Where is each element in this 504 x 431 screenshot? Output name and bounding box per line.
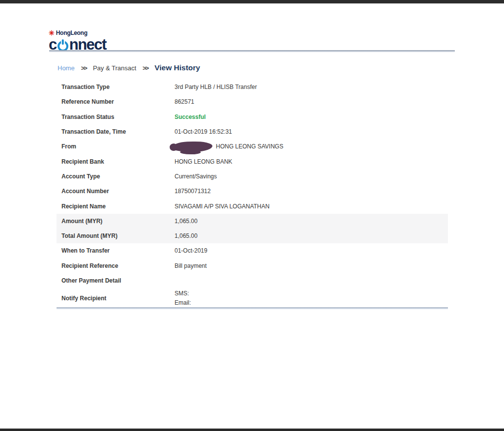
table-row: From HONG LEONG SAVINGS [57,139,448,154]
row-label: Amount (MYR) [57,218,175,225]
row-value: Bill payment [175,262,207,269]
hong-leong-asterisk-icon: ✳ [49,30,55,36]
notify-line: SMS: [175,289,191,298]
breadcrumb-separator: >> [143,64,148,72]
breadcrumb-separator: >> [81,64,87,72]
row-value: 01-Oct-2019 [175,247,208,254]
row-value: Current/Savings [175,173,217,180]
row-value: 01-Oct-2019 16:52:31 [175,128,232,135]
header-divider [49,50,455,52]
row-label: Transaction Date, Time [57,128,175,135]
table-row: Account Type Current/Savings [57,169,448,184]
window-top-bar [0,0,504,3]
table-row: Transaction Date, Time 01-Oct-2019 16:52… [57,124,448,139]
row-label: Transaction Type [57,84,175,90]
table-row: Transaction Status Successful [57,110,448,124]
row-label: Recipient Reference [57,262,175,269]
row-value: SMS:Email: [175,289,191,308]
row-label: Other Payment Detail [57,277,175,284]
table-row: Recipient Bank HONG LEONG BANK [57,154,448,169]
row-value-text: 18750071312 [175,188,210,195]
row-value: 1,065.00 [175,232,198,239]
row-label: Recipient Name [57,203,175,210]
hong-leong-connect-logo[interactable]: ✳ HongLeong c nnect [49,29,106,53]
row-label: Notify Recipient [57,295,175,302]
row-value-text: Current/Savings [175,173,217,180]
row-label: Account Type [57,173,175,180]
table-row: Amount (MYR) 1,065.00 [57,214,448,229]
row-value-text: 1,065.00 [175,218,198,225]
table-row: Other Payment Detail [57,273,448,288]
row-value: HONG LEONG SAVINGS [175,142,283,152]
breadcrumb: Home >> Pay & Transact >> View History [58,63,200,72]
brand-company-name: HongLeong [56,29,88,36]
row-value: 1,065.00 [175,218,198,225]
row-label: Recipient Bank [57,158,175,165]
row-label: Reference Number [57,98,175,105]
table-row: When to Transfer 01-Oct-2019 [57,243,448,258]
window-bottom-bar [0,429,504,431]
row-label: Account Number [57,188,175,195]
breadcrumb-home-link[interactable]: Home [58,64,75,72]
row-value-text: 3rd Party HLB / HLISB Transfer [175,84,257,90]
row-value: Successful [175,114,206,120]
table-row: Recipient Name SIVAGAMI A/P SIVA LOGANAT… [57,199,448,213]
row-label: Transaction Status [57,114,175,120]
row-value-text: 862571 [175,98,194,105]
row-value: SIVAGAMI A/P SIVA LOGANATHAN [175,203,269,210]
row-label: Total Amount (MYR) [57,232,175,239]
row-label: When to Transfer [57,247,175,254]
row-value-text: 1,065.00 [175,232,198,239]
table-row: Total Amount (MYR) 1,065.00 [57,229,448,243]
notify-line: Email: [175,298,191,308]
table-row: Account Number 18750071312 [57,184,448,199]
table-row: Notify Recipient SMS:Email: [57,288,448,308]
brand-lockup: ✳ HongLeong [49,29,106,36]
row-value: 18750071312 [175,188,210,195]
row-value: HONG LEONG BANK [175,158,232,165]
row-value-text: HONG LEONG SAVINGS [216,143,283,150]
row-label: From [57,143,175,150]
row-value-text: HONG LEONG BANK [175,158,232,165]
row-value: 862571 [175,98,194,105]
row-value-text: 01-Oct-2019 [175,247,208,254]
bottom-divider [57,307,448,309]
row-value-text: 01-Oct-2019 16:52:31 [175,128,232,135]
table-row: Reference Number 862571 [57,94,448,109]
transaction-details: Transaction Type 3rd Party HLB / HLISB T… [57,80,448,308]
table-row: Recipient Reference Bill payment [57,259,448,273]
row-value-text: SIVAGAMI A/P SIVA LOGANATHAN [175,203,269,210]
breadcrumb-pay-transact[interactable]: Pay & Transact [93,64,136,72]
row-value-text: Bill payment [175,262,207,269]
table-row: Transaction Type 3rd Party HLB / HLISB T… [57,80,448,94]
page-title: View History [154,63,200,72]
status-successful-badge: Successful [175,114,206,120]
redaction-scribble [172,141,213,152]
row-value: 3rd Party HLB / HLISB Transfer [175,84,257,90]
